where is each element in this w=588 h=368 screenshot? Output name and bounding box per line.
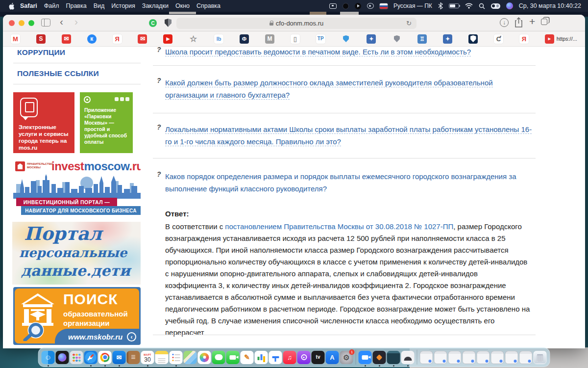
extension-icon-green[interactable]: C: [149, 19, 157, 27]
address-bar[interactable]: cfo-donm.mos.ru ↻: [176, 18, 416, 29]
wifi-icon[interactable]: [465, 3, 473, 9]
minimize-window-button[interactable]: [19, 20, 24, 26]
sidebar-item-useful-links[interactable]: ПОЛЕЗНЫЕ ССЫЛКИ: [17, 69, 150, 78]
bookmark-s-favicon[interactable]: S: [36, 34, 46, 44]
doc-favicon[interactable]: ▯: [291, 34, 300, 44]
dock-finder[interactable]: ☺: [42, 351, 55, 364]
dock-music[interactable]: ♫: [283, 351, 296, 364]
faq-question-link[interactable]: Каков порядок определения размера и поря…: [165, 170, 538, 195]
dock-messages[interactable]: [212, 351, 225, 364]
tower-favicon[interactable]: ♖: [417, 34, 427, 44]
dock-siri[interactable]: [56, 351, 69, 364]
banner-investmoscow[interactable]: ПРАВИТЕЛЬСТВО МОСКВЫ investmoscow.ru: [13, 158, 141, 216]
gov-eagle-favicon[interactable]: ✦: [367, 34, 376, 44]
dock-launchpad[interactable]: [70, 351, 83, 364]
faq-question-link[interactable]: Школа просит предоставить ведомости в пе…: [165, 46, 538, 58]
dock-safari[interactable]: [84, 351, 98, 364]
dock-app-store[interactable]: A: [326, 351, 339, 364]
dock-chrome[interactable]: [98, 351, 112, 364]
zoom-window-button[interactable]: [28, 20, 34, 26]
dock-desktop-preview[interactable]: [387, 351, 400, 364]
dock-window-thumb[interactable]: [420, 351, 433, 364]
yandex-2-favicon[interactable]: Я: [519, 34, 529, 44]
dock-trash[interactable]: [534, 351, 547, 364]
justice-favicon[interactable]: Ф: [240, 34, 249, 44]
answer-link[interactable]: постановлением Правительства Москвы от 3…: [225, 222, 453, 231]
signature-favicon[interactable]: Ƈ: [494, 34, 503, 44]
menu-item-1[interactable]: Файл: [41, 2, 63, 9]
vk-favicon[interactable]: к: [87, 34, 97, 44]
extension-icon-shield[interactable]: [165, 19, 172, 27]
broadcast-icon[interactable]: [367, 3, 374, 9]
m-grey-favicon[interactable]: M: [265, 34, 274, 44]
banner-mosru-services[interactable]: Электронные услуги и сервисы города тепе…: [13, 92, 74, 153]
menu-item-0[interactable]: Safari: [17, 2, 41, 9]
https-bookmark-favicon[interactable]: ▸: [545, 34, 554, 44]
dock-window-thumb[interactable]: [434, 351, 447, 364]
banner-parking-app[interactable]: Приложение «Парковки Москвы» — простой и…: [80, 92, 133, 153]
forward-button[interactable]: ›: [74, 16, 78, 27]
input-source-label[interactable]: Русская — ПК: [393, 2, 432, 9]
youtube-favicon[interactable]: ▶: [163, 34, 172, 44]
battery-icon[interactable]: [449, 3, 459, 9]
tab-overview-button[interactable]: [541, 19, 547, 25]
spotlight-search-icon[interactable]: [479, 3, 485, 9]
input-language-flag-icon[interactable]: [380, 3, 388, 9]
dock-keynote[interactable]: [269, 351, 282, 364]
dock-reminders[interactable]: [170, 351, 183, 364]
menu-item-3[interactable]: Вид: [90, 2, 108, 9]
dock-window-thumb[interactable]: [519, 351, 533, 364]
dock-maps[interactable]: [184, 351, 197, 364]
shield-blue-favicon[interactable]: [342, 34, 351, 44]
mail-ru-favicon[interactable]: ✉: [62, 34, 71, 44]
dock-photos[interactable]: [198, 351, 211, 364]
menu-item-4[interactable]: История: [108, 2, 138, 9]
dock-window-thumb[interactable]: [491, 351, 504, 364]
dock-notes[interactable]: [155, 351, 169, 364]
dock-zoom[interactable]: [359, 351, 372, 364]
menu-item-6[interactable]: Окно: [172, 2, 193, 9]
siri-icon[interactable]: [506, 2, 513, 9]
banner-personal-data-portal[interactable]: Портал персональные данные.дети: [12, 222, 141, 285]
back-button[interactable]: ‹: [60, 16, 63, 27]
gov-eagle-2-favicon[interactable]: ✦: [443, 34, 452, 44]
control-center-icon[interactable]: [491, 3, 500, 9]
sidebar-toggle-icon[interactable]: [41, 19, 50, 26]
reload-icon[interactable]: ↻: [406, 20, 412, 27]
dock-window-thumb[interactable]: [463, 351, 476, 364]
downloads-button[interactable]: ↓: [500, 18, 509, 27]
playback-icon[interactable]: [355, 3, 361, 9]
share-button[interactable]: [514, 17, 523, 29]
dock-contacts[interactable]: ☰: [127, 351, 140, 364]
gmail-favicon[interactable]: M: [11, 34, 20, 44]
mos-shield-favicon[interactable]: [468, 34, 478, 44]
record-icon[interactable]: [343, 3, 349, 9]
dock-window-thumb[interactable]: [448, 351, 462, 364]
dock-pages[interactable]: ✎: [241, 351, 254, 364]
dock-window-thumb[interactable]: [505, 351, 518, 364]
dock-protractor-app[interactable]: [401, 351, 415, 364]
dock-apple-tv[interactable]: tv: [312, 351, 325, 364]
favorite-label[interactable]: https://...: [557, 36, 577, 42]
star-favicon[interactable]: ☆: [189, 34, 198, 44]
dock-settings[interactable]: ⚙1: [340, 351, 353, 364]
close-window-button[interactable]: [9, 20, 15, 26]
dock-app-dark[interactable]: [373, 351, 386, 364]
shield-grey-favicon[interactable]: [392, 34, 401, 44]
faq-question-link[interactable]: Локальными нормативными актами Школы сро…: [165, 123, 538, 148]
dock-mail[interactable]: ✉: [113, 351, 126, 364]
dock-podcasts[interactable]: [297, 351, 311, 364]
sidebar-item-corruption[interactable]: КОРРУПЦИИ: [17, 48, 150, 57]
dock-facetime[interactable]: [226, 351, 240, 364]
menu-item-7[interactable]: Справка: [193, 2, 224, 9]
menu-item-5[interactable]: Закладки: [139, 2, 172, 9]
mail-ru-2-favicon[interactable]: ✉: [138, 34, 147, 44]
bluetooth-icon[interactable]: [438, 2, 443, 9]
chevron-left-icon[interactable]: ‹: [127, 332, 136, 342]
faq-question-link[interactable]: Какой должен быть размер должностного ок…: [165, 77, 538, 101]
menu-item-2[interactable]: Правка: [62, 2, 90, 9]
dock-numbers[interactable]: [255, 351, 268, 364]
menu-clock[interactable]: Ср, 30 марта 10:40:22: [519, 2, 581, 9]
dock-window-thumb[interactable]: [477, 351, 490, 364]
banner-school-search[interactable]: ПОИСК образовательной организации www.ms…: [13, 287, 141, 345]
